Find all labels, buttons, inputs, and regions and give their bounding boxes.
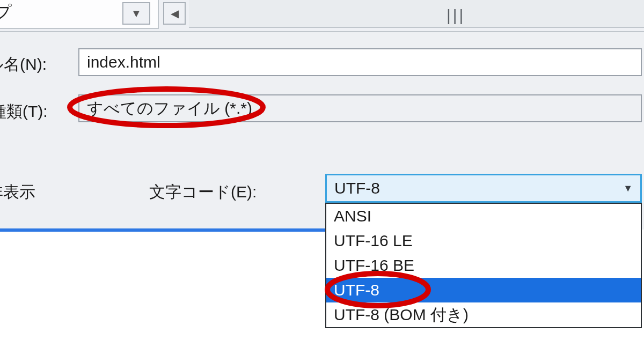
encoding-selected-value: UTF-8 — [334, 179, 380, 197]
encoding-option[interactable]: ANSI — [326, 204, 641, 228]
horizontal-scrollbar[interactable]: ||| — [189, 0, 644, 28]
filetype-select[interactable]: すべてのファイル (*.*) — [78, 94, 642, 122]
chevron-left-icon: ◀ — [171, 7, 179, 20]
separator-line — [0, 228, 325, 232]
filename-input[interactable]: index.html — [78, 48, 642, 76]
top-toolbar: ップ ▼ ◀ ||| — [0, 0, 644, 32]
filetype-label: 種類(T): — [0, 101, 48, 123]
encoding-dropdown-list: ANSI UTF-16 LE UTF-16 BE UTF-8 UTF-8 (BO… — [325, 203, 642, 328]
history-dropdown-button[interactable]: ▼ — [122, 2, 150, 25]
filename-value: index.html — [87, 53, 160, 71]
chevron-down-icon: ▼ — [623, 183, 633, 194]
encoding-option[interactable]: UTF-8 — [326, 278, 641, 302]
encoding-label: 文字コード(E): — [149, 181, 257, 203]
back-button[interactable]: ◀ — [163, 2, 186, 25]
main-panel: ル名(N): index.html 種類(T): すべてのファイル (*.*) … — [0, 32, 644, 230]
chevron-down-icon: ▼ — [131, 8, 142, 20]
encoding-option[interactable]: UTF-16 LE — [326, 228, 641, 253]
scrollbar-grip-icon: ||| — [447, 6, 465, 25]
encoding-option[interactable]: UTF-8 (BOM 付き) — [326, 302, 641, 327]
dialog-canvas: ップ ▼ ◀ ||| ル名(N): index.html 種類(T): すべての… — [0, 0, 644, 362]
hide-folders-label: 非表示 — [0, 181, 35, 203]
filetype-value: すべてのファイル (*.*) — [87, 98, 252, 120]
filename-label: ル名(N): — [0, 54, 47, 76]
encoding-option[interactable]: UTF-16 BE — [326, 253, 641, 278]
top-left-label: ップ — [0, 1, 12, 23]
encoding-select[interactable]: UTF-8 ▼ — [325, 174, 642, 203]
